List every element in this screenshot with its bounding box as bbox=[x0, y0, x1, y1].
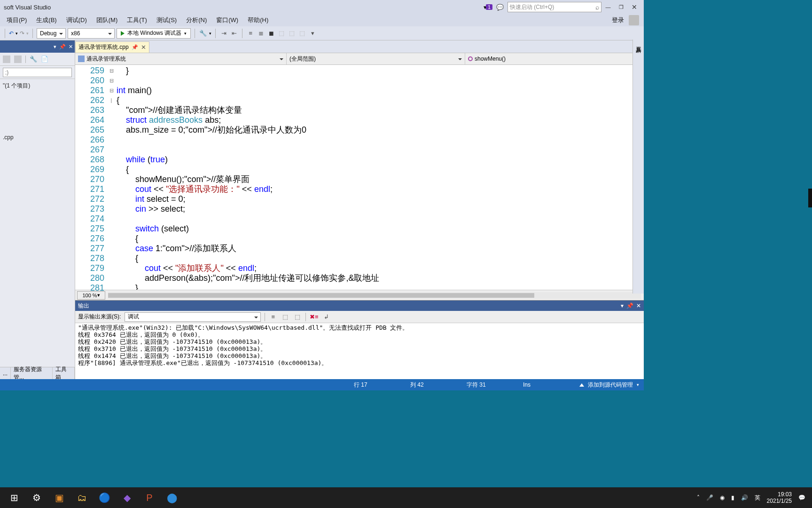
solution-explorer-header[interactable]: ▾ 📌 ✕ bbox=[0, 40, 75, 53]
code-editor[interactable]: 259 260 261 262 263 264 265 266 267 268 … bbox=[75, 65, 644, 290]
title-bar[interactable]: soft Visual Studio ▾ 1 💬 快速启动 (Ctrl+Q) —… bbox=[0, 0, 644, 14]
redo-icon[interactable]: ↷ bbox=[20, 30, 24, 37]
ime-indicator[interactable]: 英 bbox=[755, 494, 760, 502]
start-debug-button[interactable]: 本地 Windows 调试器 ▾ bbox=[117, 28, 191, 39]
tab-server-explorer[interactable]: 服务器资源管... bbox=[11, 367, 53, 379]
menu-item[interactable]: 工具(T) bbox=[122, 16, 152, 24]
pin-icon[interactable]: 📌 bbox=[59, 44, 66, 50]
mic-icon[interactable]: 🎤 bbox=[706, 494, 713, 501]
wrap-icon[interactable]: ↲ bbox=[322, 313, 330, 321]
pin-icon[interactable]: 📌 bbox=[132, 44, 138, 50]
source-control-link[interactable]: 添加到源代码管理 bbox=[588, 381, 633, 389]
overflow-icon[interactable]: ▾ bbox=[308, 29, 317, 38]
horizontal-scrollbar[interactable] bbox=[108, 292, 641, 299]
output-tool-1[interactable]: ≡ bbox=[269, 313, 277, 321]
status-ins: Ins bbox=[523, 381, 551, 388]
output-text[interactable]: "通讯录管理系统.exe"(Win32): 已加载"C:\Windows\Sys… bbox=[75, 323, 644, 379]
minimize-button[interactable]: — bbox=[601, 2, 615, 12]
pin-icon[interactable]: 📌 bbox=[626, 302, 633, 309]
quick-launch-input[interactable]: 快速启动 (Ctrl+Q) bbox=[508, 2, 601, 12]
left-bottom-tabs: ... 服务器资源管... 工具箱 bbox=[0, 367, 75, 379]
undo-icon[interactable]: ↶ bbox=[9, 30, 14, 37]
file-tab-strip: 通讯录管理系统.cpp 📌 ✕ ▾ bbox=[75, 40, 644, 53]
home-icon[interactable] bbox=[3, 56, 10, 63]
code-content[interactable]: } int main() { "com">//创建通讯录结构体变量 struct… bbox=[115, 65, 644, 290]
dropdown-icon[interactable]: ▾ bbox=[621, 302, 624, 309]
solution-node[interactable]: "(1 个项目) bbox=[3, 81, 72, 91]
fold-column[interactable]: ⊟ ⊟ ⊟ | bbox=[108, 65, 115, 290]
file-tab-label: 通讯录管理系统.cpp bbox=[78, 43, 129, 51]
close-icon[interactable]: ✕ bbox=[69, 44, 73, 50]
menu-item[interactable]: 窗口(W) bbox=[211, 16, 243, 24]
tray-up-icon[interactable]: ˄ bbox=[697, 494, 700, 501]
output-title-bar[interactable]: 输出 ▾ 📌 ✕ bbox=[75, 301, 644, 311]
visual-studio-window: soft Visual Studio ▾ 1 💬 快速启动 (Ctrl+Q) —… bbox=[0, 0, 644, 390]
notification-center-icon[interactable]: 💬 bbox=[798, 494, 805, 501]
tab-more[interactable]: ... bbox=[0, 367, 11, 379]
close-button[interactable]: ✕ bbox=[628, 2, 641, 12]
menu-item[interactable]: 调试(D) bbox=[62, 16, 92, 24]
wifi-icon[interactable]: ▮ bbox=[731, 494, 734, 501]
line-number-gutter: 259 260 261 262 263 264 265 266 267 268 … bbox=[75, 65, 108, 290]
refresh-icon[interactable] bbox=[14, 56, 22, 63]
nav-icon-2[interactable]: ⬚ bbox=[288, 29, 296, 38]
menu-item[interactable]: 项目(P) bbox=[2, 16, 31, 24]
step-over-icon[interactable]: ⇥ bbox=[219, 29, 228, 38]
bookmark-icon[interactable]: ◼ bbox=[267, 29, 275, 38]
login-link[interactable]: 登录 bbox=[612, 16, 624, 24]
user-avatar[interactable] bbox=[629, 15, 639, 25]
clear-output-icon[interactable]: ✖≡ bbox=[310, 313, 318, 321]
indent-right-icon[interactable]: ≣ bbox=[257, 29, 265, 38]
code-nav-bar: 通讯录管理系统 (全局范围) showMenu() bbox=[75, 53, 644, 65]
step-into-icon[interactable]: ⇤ bbox=[230, 29, 238, 38]
properties-icon[interactable]: 📄 bbox=[41, 56, 48, 63]
menu-bar: 项目(P)生成(B)调试(D)团队(M)工具(T)测试(S)分析(N)窗口(W)… bbox=[0, 14, 644, 26]
menu-item[interactable]: 团队(M) bbox=[92, 16, 123, 24]
output-title-label: 输出 bbox=[78, 302, 89, 310]
output-source-combo[interactable]: 调试 bbox=[125, 312, 261, 322]
powerpoint-icon[interactable]: P bbox=[138, 488, 161, 507]
close-tab-icon[interactable]: ✕ bbox=[141, 44, 146, 51]
notification-badge[interactable]: 1 bbox=[486, 4, 492, 10]
menu-item[interactable]: 帮助(H) bbox=[243, 16, 273, 24]
function-combo[interactable]: showMenu() bbox=[465, 53, 644, 64]
taskbar-clock[interactable]: 19:03 2021/1/25 bbox=[767, 491, 792, 504]
editor-bottom-row: 100 % ▾ bbox=[75, 290, 644, 300]
output-tool-3[interactable]: ⬚ bbox=[293, 313, 302, 321]
volume-icon[interactable]: 🔊 bbox=[741, 494, 748, 501]
close-icon[interactable]: ✕ bbox=[636, 302, 641, 309]
task-view-icon[interactable]: ▣ bbox=[48, 488, 70, 507]
nav-icon-1[interactable]: ⬚ bbox=[277, 29, 286, 38]
location-icon[interactable]: ◉ bbox=[720, 494, 725, 501]
chrome-icon[interactable]: 🔵 bbox=[93, 488, 116, 507]
search-icon bbox=[595, 3, 599, 11]
menu-item[interactable]: 生成(B) bbox=[31, 16, 61, 24]
visual-studio-icon[interactable]: ◆ bbox=[116, 488, 138, 507]
config-combo[interactable]: Debug bbox=[37, 28, 66, 39]
nav-icon-3[interactable]: ⬚ bbox=[298, 29, 306, 38]
editor-area: 通讯录管理系统.cpp 📌 ✕ ▾ 通讯录管理系统 (全局范围) showMen… bbox=[75, 40, 644, 379]
solution-tree[interactable]: "(1 个项目) .cpp bbox=[0, 79, 75, 367]
tab-toolbox[interactable]: 工具箱 bbox=[53, 367, 75, 379]
indent-left-icon[interactable]: ≡ bbox=[246, 29, 255, 38]
dropdown-icon[interactable]: ▾ bbox=[54, 44, 56, 50]
publish-icon[interactable] bbox=[579, 383, 584, 387]
output-tool-2[interactable]: ⬚ bbox=[281, 313, 289, 321]
file-tab-active[interactable]: 通讯录管理系统.cpp 📌 ✕ bbox=[75, 41, 149, 53]
app-icon[interactable]: ⬤ bbox=[161, 488, 183, 507]
project-combo[interactable]: 通讯录管理系统 bbox=[75, 53, 287, 64]
scope-combo[interactable]: (全局范围) bbox=[287, 53, 465, 64]
restore-button[interactable]: ❐ bbox=[615, 2, 628, 12]
wrench-icon[interactable]: 🔧 bbox=[30, 56, 37, 63]
cpp-file-node[interactable]: .cpp bbox=[3, 133, 72, 142]
solution-search-input[interactable] bbox=[3, 68, 72, 77]
platform-combo[interactable]: x86 bbox=[68, 28, 115, 39]
file-explorer-icon[interactable]: 🗂 bbox=[70, 488, 93, 507]
right-rail-tab[interactable]: 新工具 bbox=[632, 40, 644, 294]
start-button[interactable]: ⊞ bbox=[3, 488, 25, 507]
menu-item[interactable]: 分析(N) bbox=[181, 16, 211, 24]
tool-icon-1[interactable]: 🔧 bbox=[199, 29, 207, 38]
settings-icon[interactable]: ⚙ bbox=[25, 488, 48, 507]
feedback-icon[interactable]: 💬 bbox=[496, 4, 504, 11]
menu-item[interactable]: 测试(S) bbox=[152, 16, 181, 24]
